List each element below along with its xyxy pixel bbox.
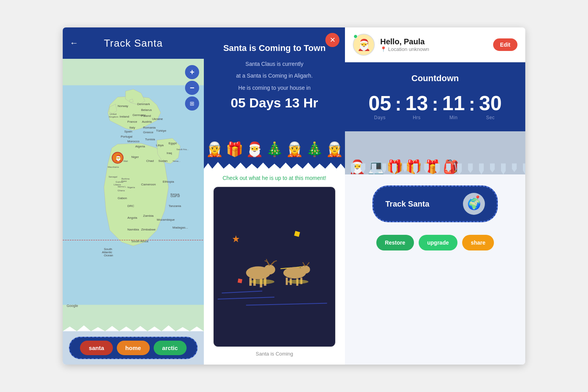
svg-text:Mozambique: Mozambique	[157, 218, 175, 221]
colon-1: :	[394, 93, 403, 115]
char-elf2: 🧝	[286, 141, 303, 158]
svg-text:Zambia: Zambia	[143, 214, 154, 218]
layers-button[interactable]: ⊞	[185, 96, 199, 111]
svg-text:Egypt: Egypt	[169, 142, 177, 145]
track-santa-button[interactable]: Track Santa 🌍 📍	[372, 185, 498, 222]
zoom-out-button[interactable]: −	[185, 81, 199, 95]
map-header: ← Track Santa	[63, 27, 204, 59]
home-nav-button[interactable]: home	[117, 341, 150, 355]
days-label: Days	[366, 115, 394, 120]
online-indicator	[354, 34, 358, 38]
panel-popup: ✕ Santa is Coming to Town Santa Claus is…	[204, 27, 345, 365]
svg-rect-64	[238, 279, 242, 283]
edit-profile-button[interactable]: Edit	[493, 38, 517, 51]
timer-days: 05 Days	[366, 93, 394, 120]
profile-header: 🎅 Hello, Paula 📍 Location unknown Edit	[345, 27, 525, 62]
svg-text:Saudi Ara...: Saudi Ara...	[176, 148, 189, 151]
svg-text:Ghana: Ghana	[118, 189, 125, 192]
svg-text:Yeme...: Yeme...	[172, 160, 180, 162]
popup-body-line2: at a Santa is Coming in Aligarh.	[216, 71, 333, 80]
popup-header: Santa is Coming to Town Santa Claus is c…	[204, 27, 345, 118]
share-button[interactable]: share	[462, 235, 494, 250]
popup-snow-top	[204, 158, 345, 169]
svg-text:Austria: Austria	[142, 120, 152, 123]
svg-text:Angola: Angola	[127, 216, 137, 220]
avatar-emoji: 🎅	[357, 38, 371, 51]
svg-rect-83	[286, 278, 288, 285]
svg-text:Mali: Mali	[123, 160, 128, 162]
svg-text:Kingdom: Kingdom	[109, 116, 118, 118]
timer-min: 11 Min	[440, 93, 467, 120]
popup-bottom: Check out what he is up to at this momen…	[204, 169, 345, 365]
santa-nav-button[interactable]: santa	[80, 341, 113, 355]
track-santa-section: Track Santa 🌍 📍	[345, 174, 525, 229]
svg-text:Morocco: Morocco	[127, 140, 140, 143]
char-gift: 🎁	[226, 141, 243, 158]
countdown-section: Countdown 05 Days : 13 Hrs : 11 Min :	[345, 62, 525, 131]
svg-text:Greece: Greece	[143, 131, 154, 134]
back-arrow-icon[interactable]: ←	[70, 38, 78, 48]
popup-title: Santa is Coming to Town	[216, 43, 333, 53]
upgrade-button[interactable]: upgrade	[419, 235, 457, 250]
svg-text:Namibia: Namibia	[127, 228, 139, 231]
scene-section: 🎅 💻 🎁 🎁 🎁 🎒	[345, 131, 525, 174]
svg-text:Liberia: Liberia	[114, 183, 121, 186]
svg-text:Italy: Italy	[129, 126, 135, 129]
svg-text:Türkiye: Türkiye	[156, 129, 167, 132]
svg-point-69	[264, 265, 275, 274]
app-container: ← Track Santa Norway	[63, 27, 525, 365]
svg-text:Cameroon: Cameroon	[141, 183, 156, 186]
zoom-in-button[interactable]: +	[185, 65, 199, 79]
char-tree1: 🎄	[266, 141, 283, 158]
svg-text:Gabon: Gabon	[118, 196, 127, 200]
map-svg: Norway Denmark United Kingdom Ireland Ge…	[63, 59, 204, 331]
profile-name: Hello, Paula	[380, 37, 488, 46]
track-santa-label: Track Santa	[385, 200, 457, 209]
countdown-timer: 05 Days : 13 Hrs : 11 Min : 30 Sec	[358, 93, 513, 120]
countdown-title: Countdown	[358, 73, 513, 83]
min-value: 11	[440, 93, 467, 113]
panel-profile: 🎅 Hello, Paula 📍 Location unknown Edit C…	[345, 27, 525, 365]
svg-text:South Africa: South Africa	[131, 240, 149, 243]
svg-text:Libya: Libya	[156, 143, 164, 147]
svg-text:Senegal: Senegal	[109, 176, 117, 178]
svg-text:Mauritania: Mauritania	[108, 166, 119, 168]
svg-text:🎅: 🎅	[115, 155, 122, 162]
svg-text:Tanzania: Tanzania	[169, 204, 181, 208]
google-logo: Google	[67, 304, 78, 308]
svg-text:France: France	[127, 120, 137, 123]
svg-text:Ukraine: Ukraine	[152, 117, 163, 121]
svg-point-79	[250, 279, 274, 284]
svg-text:Tunisia: Tunisia	[145, 138, 155, 141]
arctic-nav-button[interactable]: arctic	[154, 341, 187, 355]
action-buttons: Restore upgrade share	[345, 229, 525, 260]
svg-text:Iraq: Iraq	[167, 151, 172, 155]
scene-icicles	[345, 163, 525, 174]
scene-characters: 🧝 🎁 🎅 🎄 🧝 🎄 🧝	[204, 141, 345, 158]
svg-text:Nigeria: Nigeria	[127, 186, 135, 189]
svg-text:Denmark: Denmark	[137, 102, 150, 106]
panel-map: ← Track Santa Norway	[63, 27, 204, 365]
svg-text:DRC: DRC	[127, 204, 134, 208]
map-controls: + − ⊞	[185, 65, 199, 111]
popup-animation-box	[213, 187, 336, 347]
days-value: 05	[366, 93, 394, 113]
svg-text:Ireland: Ireland	[120, 115, 129, 118]
track-santa-icon: 🌍 📍	[463, 193, 485, 215]
sec-label: Sec	[477, 115, 504, 120]
svg-text:Norway: Norway	[118, 104, 128, 108]
restore-button[interactable]: Restore	[376, 235, 414, 250]
hrs-value: 13	[403, 93, 430, 113]
popup-body-line1: Santa Claus is currently	[216, 60, 333, 68]
svg-text:Portugal: Portugal	[121, 135, 132, 138]
map-area[interactable]: Norway Denmark United Kingdom Ireland Ge…	[63, 59, 204, 331]
svg-text:Faso: Faso	[122, 180, 127, 182]
sec-value: 30	[477, 93, 504, 113]
popup-body-line3: He is coming to your house in	[216, 83, 333, 92]
profile-location: 📍 Location unknown	[380, 46, 488, 52]
svg-text:Spain: Spain	[124, 130, 132, 133]
popup-description: Check out what he is up to at this momen…	[223, 175, 327, 181]
location-icon: 📍	[380, 46, 387, 52]
svg-rect-61	[214, 220, 335, 314]
popup-close-button[interactable]: ✕	[325, 33, 339, 47]
